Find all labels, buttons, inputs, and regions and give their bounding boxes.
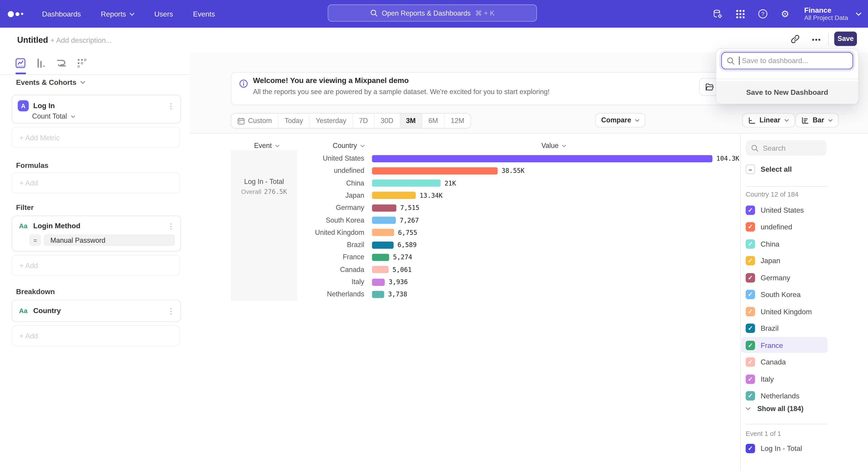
date-range-today[interactable]: Today [278,114,310,128]
select-all-row[interactable]: – Select all [746,165,792,174]
bar-segment[interactable] [372,204,397,211]
country-checkbox[interactable]: ✓ [746,256,755,266]
country-checkbox[interactable]: ✓ [746,290,755,299]
bar-segment[interactable] [372,217,396,224]
filter-operator[interactable]: = [29,234,41,246]
bar-segment[interactable] [372,180,441,187]
breakdown-property-name[interactable]: Country [33,306,61,315]
tab-insights[interactable] [15,58,26,69]
column-header-event[interactable]: Event [254,142,280,150]
bar-segment[interactable] [372,167,498,174]
country-checkbox[interactable]: ✓ [746,357,755,367]
country-checkbox-row-brazil[interactable]: ✓Brazil [746,320,832,337]
data-management-icon[interactable] [713,8,723,19]
select-all-checkbox[interactable]: – [746,165,755,174]
bar-segment[interactable] [372,291,384,298]
country-checkbox[interactable]: ✓ [746,374,755,384]
settings-gear-icon[interactable]: ⚙ [781,9,789,19]
event-summary-cell[interactable]: Log In - Total Overall276.5K [231,150,297,301]
bar-segment[interactable] [372,229,394,236]
add-description-placeholder[interactable]: + Add description... [51,36,112,45]
bar-segment[interactable] [372,241,394,248]
country-checkbox[interactable]: ✓ [746,273,755,283]
project-switcher[interactable]: Finance All Project Data [804,6,862,22]
nav-item-events[interactable]: Events [193,10,215,18]
more-options-button[interactable]: ••• [809,32,824,47]
filter-card[interactable]: Aa Login Method ⋮ = Manual Password [11,215,181,252]
country-checkbox[interactable]: ✓ [746,205,755,215]
country-checkbox-row-germany[interactable]: ✓Germany [746,269,832,286]
add-filter-button[interactable]: + Add [11,255,180,276]
country-checkbox[interactable]: ✓ [746,307,755,316]
report-title[interactable]: Untitled [17,35,48,45]
date-range-yesterday[interactable]: Yesterday [310,114,353,128]
country-checkbox-row-netherlands[interactable]: ✓Netherlands [746,387,832,405]
nav-item-reports[interactable]: Reports [101,10,134,18]
country-checkbox[interactable]: ✓ [746,239,755,248]
country-checkbox-row-japan[interactable]: ✓Japan [746,253,832,269]
nav-item-dashboards[interactable]: Dashboards [42,10,81,18]
date-range-custom[interactable]: Custom [231,114,278,128]
nav-item-users[interactable]: Users [154,10,173,18]
bar-segment[interactable] [372,192,416,199]
filter-property-name[interactable]: Login Method [33,222,81,230]
date-range-3m[interactable]: 3M [400,114,422,128]
country-checkbox-row-south-korea[interactable]: ✓South Korea [746,286,832,303]
country-checkbox-row-undefined[interactable]: ✓undefined [746,218,832,235]
save-to-new-dashboard-button[interactable]: Save to New Dashboard [716,81,858,104]
bar-segment[interactable] [372,155,712,162]
copy-link-icon[interactable] [790,34,800,44]
bar-segment[interactable] [372,266,389,273]
event-checkbox-row[interactable]: ✓ Log In - Total [746,444,802,453]
events-cohorts-header[interactable]: Events & Cohorts [16,78,85,86]
column-header-country[interactable]: Country [333,142,365,150]
country-checkbox-row-united-states[interactable]: ✓United States [746,202,832,218]
country-checkbox-row-france[interactable]: ✓France [746,337,832,354]
country-checkbox[interactable]: ✓ [746,223,755,232]
scale-selector-button[interactable]: Linear [742,113,795,127]
date-range-7d[interactable]: 7D [353,114,374,128]
help-icon[interactable]: ? [758,9,768,19]
add-metric-button[interactable]: + Add Metric [11,127,180,148]
add-formula-button[interactable]: + Add [11,172,180,194]
tab-funnels[interactable] [35,58,46,69]
country-checkbox[interactable]: ✓ [746,341,755,350]
global-search-input[interactable]: Open Reports & Dashboards ⌘ + K [328,4,537,22]
date-range-6m[interactable]: 6M [422,114,445,128]
apps-grid-icon[interactable] [736,9,745,19]
add-breakdown-button[interactable]: + Add [11,325,180,346]
show-all-button[interactable]: Show all (184) [746,405,804,413]
chevron-down-icon [856,12,861,16]
country-checkbox[interactable]: ✓ [746,391,755,401]
breakdown-card[interactable]: Aa Country ⋮ [11,300,181,322]
date-range-30d[interactable]: 30D [375,114,400,128]
breakdown-kebab-icon[interactable]: ⋮ [166,306,176,316]
filter-value[interactable]: Manual Password [43,234,175,246]
bar-segment[interactable] [372,254,389,261]
metric-card[interactable]: A Log In ⋮ Count Total [11,95,181,123]
compare-button[interactable]: Compare [595,113,646,127]
filter-kebab-icon[interactable]: ⋮ [166,221,176,231]
country-checkbox[interactable]: ✓ [746,324,755,333]
breakdown-search-input[interactable]: Search [746,140,827,156]
tab-retention[interactable] [56,58,67,69]
metric-aggregation[interactable]: Count Total [32,112,75,120]
report-type-tabs [0,53,190,75]
country-checkbox-row-italy[interactable]: ✓Italy [746,371,832,387]
column-header-value[interactable]: Value [541,142,566,150]
metric-event-name[interactable]: Log In [33,101,55,110]
mixpanel-logo-icon[interactable] [8,11,26,17]
country-checkbox-row-china[interactable]: ✓China [746,235,832,253]
breakdown-header: Breakdown [16,288,55,296]
bar-segment[interactable] [372,278,385,286]
tab-flows[interactable] [76,58,88,69]
country-checkbox-row-canada[interactable]: ✓Canada [746,354,832,371]
save-dashboard-search-input[interactable]: Save to dashboard... [721,52,853,69]
event-checkbox[interactable]: ✓ [746,444,755,453]
save-button[interactable]: Save [834,32,857,46]
bar-row-china[interactable]: China21K [299,177,852,189]
metric-kebab-icon[interactable]: ⋮ [166,101,176,111]
date-range-12m[interactable]: 12M [445,114,470,128]
chart-type-button[interactable]: Bar [796,113,839,127]
country-checkbox-row-united-kingdom[interactable]: ✓United Kingdom [746,303,832,320]
